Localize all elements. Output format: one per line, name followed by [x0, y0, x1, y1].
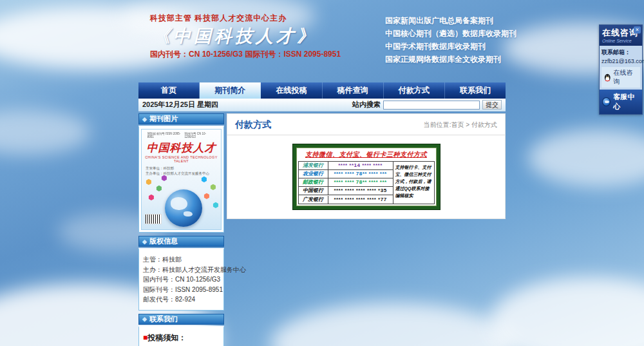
sidebar-section-contact: ◆ 联系我们 — [138, 314, 224, 325]
content-panel: 付款方式 当前位置:首页 > 付款方式 支持微信、支付宝、银行卡三种支付方式 浦… — [227, 113, 506, 219]
diamond-icon: ◆ — [142, 316, 147, 322]
submission-notice-box: ■投稿须知： 1.网站点击“在线投稿”，逐项填写上传word格式文档； — [138, 326, 224, 346]
cloud-decoration — [0, 110, 90, 155]
site-container: 科技部主管 科技部人才交流中心主办 《中国科技人才》 国内刊号：CN 10-12… — [138, 0, 506, 346]
notice-title: ■投稿须知： — [143, 332, 220, 343]
sidebar: ◆ 期刊图片 国际标准刊号 ISSN 2095-8951 国内刊号 CN 10-… — [138, 113, 224, 346]
journal-badge: 国家新闻出版广电总局备案期刊 — [385, 14, 516, 27]
table-row: 中国银行 **** **** **** **** *35 — [299, 187, 393, 195]
main-navigation: 首页 期刊简介 在线投稿 稿件查询 付款方式 联系 — [138, 82, 506, 99]
site-search: 站内搜索 提交 — [352, 100, 502, 110]
search-input[interactable] — [383, 101, 480, 110]
payment-title: 支持微信、支付宝、银行卡三种支付方式 — [298, 149, 435, 161]
site-title: 《中国科技人才》 — [153, 24, 317, 48]
hexagon-icon: ⬢ — [213, 201, 219, 209]
close-icon[interactable]: × — [634, 26, 641, 34]
copyright-line: 主办：科技部人才交流开发服务中心 — [143, 265, 220, 275]
hexagon-icon: ⬢ — [204, 192, 210, 200]
nav-tab[interactable]: 期刊简介 — [200, 82, 261, 99]
nav-tab-label: 付款方式 — [399, 85, 430, 96]
contact-email-label: 联系邮箱： — [601, 48, 640, 57]
copyright-line: 邮发代号：82-924 — [143, 294, 220, 305]
bank-card-number: **** **** 78** **** *** — [328, 178, 393, 186]
page-title: 付款方式 — [235, 119, 271, 131]
hexagon-icon: ⬢ — [156, 184, 162, 193]
contact-email: zzfb21@163.com — [601, 58, 640, 64]
hexagon-icon: ⬢ — [148, 193, 155, 202]
main-area: ◆ 期刊图片 国际标准刊号 ISSN 2095-8951 国内刊号 CN 10-… — [138, 113, 506, 346]
bank-card-number: **** **14 **** **** — [328, 162, 393, 169]
page: 在线咨询 Online Service × 联系邮箱： zzfb21@163.c… — [0, 0, 644, 346]
cloud-decoration — [489, 277, 644, 346]
cover-top-line: 国际标准刊号 ISSN 2095-8951 国内刊号 CN 10-1256/G3 — [146, 130, 217, 139]
journal-cover-image: 国际标准刊号 ISSN 2095-8951 国内刊号 CN 10-1256/G3… — [141, 129, 222, 230]
qq-penguin-icon — [603, 73, 612, 82]
diamond-icon: ◆ — [142, 238, 147, 245]
service-widget-body: 联系邮箱： zzfb21@163.com 在线咨询 — [600, 46, 642, 90]
search-label: 站内搜索 — [352, 100, 381, 110]
supervisor-line: 科技部主管 科技部人才交流中心主办 — [150, 13, 287, 24]
hexagon-icon: ⬢ — [201, 175, 207, 184]
nav-tab[interactable]: 付款方式 — [384, 82, 445, 99]
service-widget-header: 在线咨询 Online Service × — [600, 25, 642, 46]
nav-tab[interactable]: 首页 — [138, 82, 200, 99]
cover-title: 中国科技人才 — [142, 140, 221, 155]
nav-tab-label: 首页 — [161, 85, 176, 96]
qq-logo-icon — [602, 97, 611, 106]
copyright-line: 主管：科技部 — [143, 255, 220, 265]
journal-badge: 中国学术期刊数据库收录期刊 — [385, 40, 516, 53]
bank-name: 农业银行 — [299, 170, 328, 178]
copyright-line: 国内刊号：CN 10-1256/G3 — [143, 274, 220, 285]
bank-card-number: **** **** **** **** *35 — [328, 187, 393, 195]
cloud-decoration — [528, 129, 644, 187]
copyright-info-box: 主管：科技部 主办：科技部人才交流开发服务中心 国内刊号：CN 10-1256/… — [138, 248, 224, 311]
service-widget-subtitle: Online Service — [602, 39, 639, 43]
qq-chat-link[interactable]: 在线咨询 — [601, 67, 640, 88]
hexagon-icon: ⬢ — [146, 178, 152, 186]
issn-line: 国内刊号：CN 10-1256/G3 国际刊号：ISSN 2095-8951 — [150, 49, 341, 60]
hexagon-icon: ⬢ — [161, 174, 167, 182]
journal-badge: 国家正规网络数据库全文收录期刊 — [385, 53, 516, 66]
journal-cover-box: 国际标准刊号 ISSN 2095-8951 国内刊号 CN 10-1256/G3… — [138, 126, 224, 233]
cover-issn: 国际标准刊号 ISSN 2095-8951 — [147, 131, 185, 139]
bank-card-number: **** **** 78** **** *** — [328, 170, 393, 178]
bank-rows: 浦发银行 **** **14 **** **** 农业银行 **** **** … — [299, 162, 393, 204]
copyright-lines: 主管：科技部 主办：科技部人才交流开发服务中心 国内刊号：CN 10-1256/… — [143, 255, 220, 305]
nav-tab[interactable]: 联系我们 — [445, 82, 506, 99]
cover-cn: 国内刊号 CN 10-1256/G3 — [185, 131, 216, 139]
search-submit-button[interactable]: 提交 — [482, 100, 502, 110]
content-header: 付款方式 当前位置:首页 > 付款方式 — [227, 114, 505, 135]
table-row: 农业银行 **** **** 78** **** *** — [299, 170, 393, 178]
nav-tab-label: 期刊简介 — [214, 85, 245, 96]
sidebar-section-copyright: ◆ 版权信息 — [138, 236, 224, 247]
bank-name: 广发银行 — [299, 196, 328, 204]
table-row: 广发银行 **** **** **** **** *77 — [299, 195, 393, 204]
payment-methods-image: 支持微信、支付宝、银行卡三种支付方式 浦发银行 **** **14 **** *… — [293, 144, 440, 209]
journal-badge: 中国核心期刊（遴选）数据库收录期刊 — [385, 27, 516, 40]
nav-tab-label: 联系我们 — [460, 85, 491, 96]
cover-subtitle: CHINA'S SCIENCE AND TECHNOLOGY TALENT — [142, 155, 221, 163]
site-header: 科技部主管 科技部人才交流中心主办 《中国科技人才》 国内刊号：CN 10-12… — [138, 0, 506, 82]
bank-card-number: **** **** **** **** *77 — [328, 196, 393, 204]
diamond-icon: ◆ — [142, 116, 147, 122]
nav-tab-label: 稿件查询 — [337, 85, 368, 96]
table-row: 邮政银行 **** **** 78** **** *** — [299, 178, 393, 187]
nav-tab[interactable]: 在线投稿 — [261, 82, 322, 99]
qq-chat-link-label: 在线咨询 — [614, 68, 638, 86]
breadcrumb[interactable]: 当前位置:首页 > 付款方式 — [424, 120, 497, 130]
journal-badges: 国家新闻出版广电总局备案期刊 中国核心期刊（遴选）数据库收录期刊 中国学术期刊数… — [385, 14, 516, 66]
section-title: 期刊图片 — [149, 114, 178, 124]
section-title: 联系我们 — [149, 314, 178, 324]
barcode — [145, 214, 162, 224]
copyright-line: 国际刊号：ISSN 2095-8951 — [143, 285, 220, 295]
hexagon-icon: ⬢ — [210, 183, 216, 191]
customer-service-label: 客服中心 — [613, 92, 639, 111]
bank-name: 邮政银行 — [299, 178, 328, 186]
sidebar-section-journal-image: ◆ 期刊图片 — [138, 113, 224, 124]
date-search-bar: 2025年12月25日 星期四 站内搜索 提交 — [138, 99, 506, 111]
customer-service-center[interactable]: 客服中心 — [600, 90, 642, 114]
nav-tab[interactable]: 稿件查询 — [323, 82, 384, 99]
bank-name: 浦发银行 — [299, 162, 328, 169]
online-service-widget: 在线咨询 Online Service × 联系邮箱： zzfb21@163.c… — [599, 24, 643, 115]
globe-graphic — [165, 189, 202, 227]
